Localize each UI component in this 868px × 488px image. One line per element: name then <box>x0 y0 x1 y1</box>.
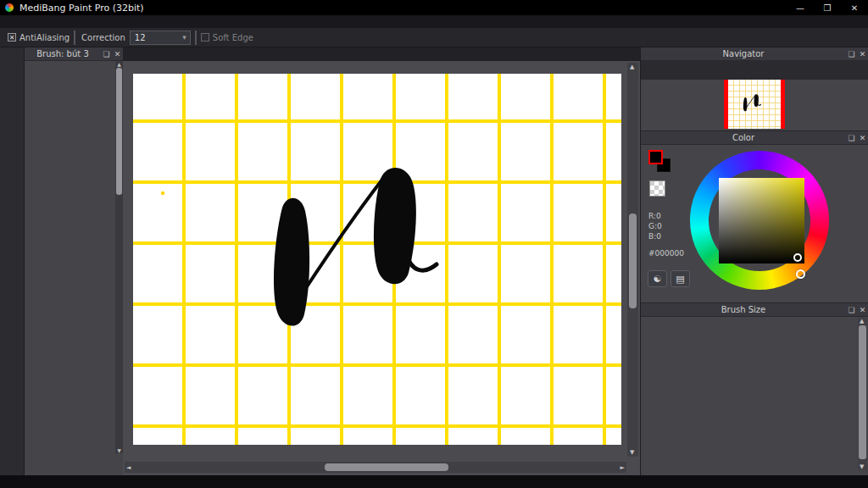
green-value: G:0 <box>648 222 662 230</box>
restore-button[interactable]: ❐ <box>814 0 841 15</box>
sv-selector[interactable] <box>793 253 802 262</box>
app-logo-icon <box>5 3 14 12</box>
brush-panel-title: Brush: bút 3 <box>25 49 101 58</box>
navigator-toolbar <box>641 61 868 80</box>
tool-column <box>0 47 24 475</box>
brush-size-title: Brush Size <box>641 305 846 314</box>
popout-icon[interactable]: ❏ <box>846 134 857 142</box>
close-icon[interactable]: ✕ <box>857 306 868 314</box>
brush-size-panel: Brush Size ❏ ✕ ▲ ▼ <box>641 303 868 475</box>
close-icon[interactable]: ✕ <box>857 50 868 58</box>
popout-icon[interactable]: ❏ <box>846 306 857 314</box>
popout-icon[interactable]: ❏ <box>101 50 112 58</box>
brush-panel-header: Brush: bút 3 ❏ ✕ <box>25 47 123 61</box>
canvas-vertical-scrollbar[interactable]: ▲ ▼ <box>627 63 638 457</box>
hex-value: #000000 <box>648 249 684 258</box>
close-button[interactable]: ✕ <box>841 0 868 15</box>
scrollbar-thumb[interactable] <box>859 325 866 459</box>
palette-icon[interactable]: ☯ <box>648 270 667 287</box>
status-bar <box>0 475 868 488</box>
navigator-title: Navigator <box>641 49 846 58</box>
right-panel-column: Navigator ❏ ✕ Color ❏ ✕ R:0 G:0 <box>640 47 868 475</box>
minimize-button[interactable]: — <box>787 0 814 15</box>
soft-edge-toggle[interactable]: Soft Edge <box>201 33 253 42</box>
correction-dropdown[interactable]: 12 <box>130 30 191 45</box>
antialiasing-checkbox-icon[interactable]: ✕ <box>8 33 16 42</box>
soft-edge-checkbox-icon[interactable] <box>201 33 209 42</box>
brush-list-scrollbar[interactable]: ▲ ▼ <box>115 61 123 453</box>
close-icon[interactable]: ✕ <box>857 134 868 142</box>
palette-edit-icon[interactable]: ▤ <box>670 270 690 287</box>
red-value: R:0 <box>648 212 661 220</box>
foreground-color-swatch[interactable] <box>648 150 663 164</box>
close-icon[interactable]: ✕ <box>112 50 123 58</box>
canvas-region: ▲ ▼ ◄ ► <box>123 47 640 475</box>
horizontal-scrollbar-thumb[interactable] <box>325 463 448 471</box>
toolbar: ✕ AntiAliasing Correction 12 Soft Edge <box>0 28 868 47</box>
canvas-horizontal-scrollbar[interactable]: ◄ ► <box>125 462 626 473</box>
antialiasing-toggle[interactable]: ✕ AntiAliasing <box>8 33 70 42</box>
menu-bar <box>0 15 868 28</box>
color-panel: Color ❏ ✕ R:0 G:0 B:0 #000000 ☯ ▤ <box>641 131 868 303</box>
scrollbar-thumb[interactable] <box>116 68 122 195</box>
document-tabs <box>123 47 640 61</box>
saturation-value-square[interactable] <box>719 178 804 263</box>
navigator-thumbnail-area <box>641 80 868 130</box>
brush-size-scrollbar[interactable]: ▲ ▼ <box>858 318 867 470</box>
blue-value: B:0 <box>648 232 661 241</box>
navigator-thumbnail[interactable] <box>724 80 785 129</box>
canvas[interactable] <box>133 74 621 445</box>
navigator-panel: Navigator ❏ ✕ <box>641 47 868 131</box>
title-bar: MediBang Paint Pro (32bit) — ❐ ✕ <box>0 0 868 15</box>
vertical-scrollbar-thumb[interactable] <box>629 214 637 308</box>
brush-panel: Brush: bút 3 ❏ ✕ ▲ ▼ <box>24 47 123 475</box>
transparent-color-swatch[interactable] <box>649 180 665 197</box>
color-panel-title: Color <box>641 133 846 142</box>
popout-icon[interactable]: ❏ <box>846 50 857 58</box>
window-title: MediBang Paint Pro (32bit) <box>19 3 787 14</box>
correction-label: Correction <box>81 33 125 42</box>
navigator-thumbnail-drawing <box>728 80 781 129</box>
hue-selector[interactable] <box>796 269 805 279</box>
canvas-drawing <box>133 74 621 445</box>
